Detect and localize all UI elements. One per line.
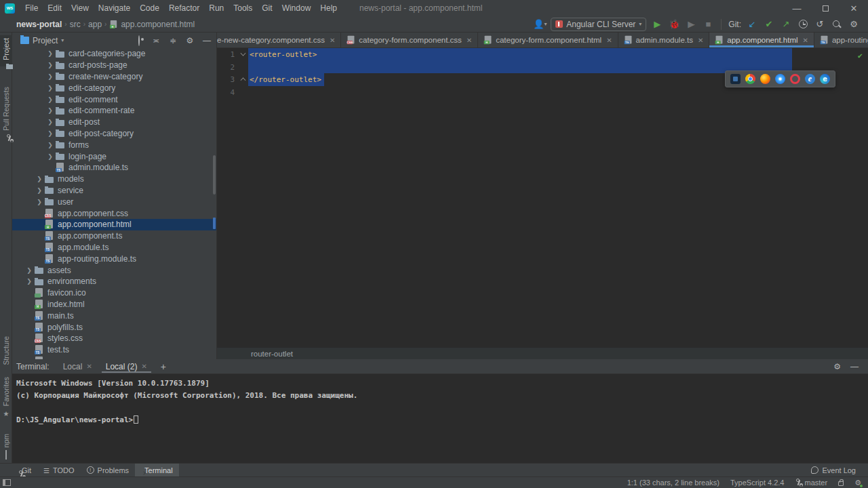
panel-settings-gear-icon[interactable]: ⚙ bbox=[183, 36, 197, 45]
chevron-right-icon[interactable]: ❯ bbox=[45, 73, 56, 80]
inspection-ok-icon[interactable]: ✔ bbox=[858, 51, 863, 60]
tree-item-styles.css[interactable]: styles.css bbox=[12, 333, 216, 344]
language-version[interactable]: TypeScript 4.2.4 bbox=[730, 479, 785, 487]
hide-panel-icon[interactable]: — bbox=[200, 36, 214, 45]
chevron-right-icon[interactable]: ❯ bbox=[45, 119, 56, 125]
menu-item-refactor[interactable]: Refactor bbox=[164, 1, 204, 16]
breadcrumb-item[interactable]: src bbox=[70, 20, 81, 29]
tree-item-create-new-category[interactable]: ❯create-new-category bbox=[12, 71, 216, 83]
editor-tab-app-routing-module-ts[interactable]: app-routing.module.ts✕ bbox=[814, 33, 868, 47]
settings-gear-icon[interactable]: ⚙ bbox=[848, 18, 860, 30]
chevron-right-icon[interactable]: ❯ bbox=[45, 142, 56, 148]
editor-breadcrumb[interactable]: router-outlet bbox=[251, 350, 293, 358]
tree-item-environments[interactable]: ❯environments bbox=[12, 276, 216, 287]
chevron-down-icon[interactable]: ▾ bbox=[61, 37, 64, 43]
chevron-right-icon[interactable]: ❯ bbox=[45, 62, 56, 68]
safari-browser-icon[interactable] bbox=[775, 74, 785, 84]
chevron-right-icon[interactable]: ❯ bbox=[34, 199, 45, 205]
locate-file-icon[interactable] bbox=[132, 36, 146, 45]
tree-item-card-categories-page[interactable]: ❯card-categories-page bbox=[12, 48, 216, 60]
fold-down-icon[interactable] bbox=[241, 51, 246, 56]
chevron-right-icon[interactable]: ❯ bbox=[45, 107, 56, 114]
preview-browser-icon[interactable] bbox=[730, 74, 741, 84]
run-button[interactable]: ▶ bbox=[651, 18, 663, 30]
expand-all-icon[interactable]: ≍ bbox=[149, 36, 163, 45]
chevron-right-icon[interactable]: ❯ bbox=[45, 96, 56, 103]
chevron-right-icon[interactable]: ❯ bbox=[45, 50, 56, 57]
tree-item-index.html[interactable]: index.html bbox=[12, 299, 216, 310]
tree-item-models[interactable]: ❯models bbox=[12, 174, 216, 185]
tree-item-app.component.html[interactable]: app.component.html bbox=[12, 219, 216, 230]
chevron-right-icon[interactable]: ❯ bbox=[24, 278, 35, 285]
tool-window-button-todo[interactable]: ☰TODO bbox=[37, 464, 81, 476]
run-configuration-select[interactable]: Angular CLI Server ▾ bbox=[551, 18, 646, 31]
tool-window-button-git[interactable]: Git bbox=[12, 464, 37, 476]
git-branch-widget[interactable]: master bbox=[795, 479, 828, 487]
new-terminal-session-button[interactable]: + bbox=[154, 361, 173, 372]
tree-item-app.component.css[interactable]: app.component.css bbox=[12, 207, 216, 219]
menu-item-file[interactable]: File bbox=[20, 1, 43, 16]
tree-item-user[interactable]: ❯user bbox=[12, 196, 216, 207]
git-push-icon[interactable]: ↗ bbox=[780, 18, 792, 30]
menu-item-code[interactable]: Code bbox=[135, 1, 164, 16]
tree-item-assets[interactable]: ❯assets bbox=[12, 264, 216, 276]
close-terminal-tab-icon[interactable]: ✕ bbox=[141, 363, 146, 370]
tree-item-admin.module.ts[interactable]: admin.module.ts bbox=[12, 162, 216, 174]
tree-item-edit-category[interactable]: ❯edit-category bbox=[12, 82, 216, 94]
editor-tab-e-new-category-component-css[interactable]: e-new-category.component.css✕ bbox=[217, 33, 341, 47]
editor-tab-app-component-html[interactable]: app.component.html✕ bbox=[709, 33, 814, 47]
tool-window-button-problems[interactable]: !Problems bbox=[81, 464, 135, 476]
terminal-tab-local-2-[interactable]: Local (2)✕ bbox=[99, 359, 154, 373]
tool-strip-button-structure[interactable]: Structure bbox=[0, 333, 12, 371]
tool-strip-button-favorites[interactable]: Favorites★ bbox=[0, 374, 12, 420]
coverage-button[interactable]: ▶̶ bbox=[685, 18, 697, 30]
debug-button[interactable]: 🐞 bbox=[668, 18, 680, 30]
menu-item-git[interactable]: Git bbox=[257, 1, 277, 16]
search-everywhere-icon[interactable] bbox=[831, 18, 843, 30]
tree-item-main.ts[interactable]: main.ts bbox=[12, 310, 216, 321]
menu-item-navigate[interactable]: Navigate bbox=[94, 1, 135, 16]
ie-browser-icon[interactable] bbox=[805, 74, 815, 84]
close-tab-icon[interactable]: ✕ bbox=[606, 37, 612, 44]
chevron-right-icon[interactable]: ❯ bbox=[45, 153, 56, 160]
tree-item-edit-comment[interactable]: ❯edit-comment bbox=[12, 94, 216, 105]
git-commit-icon[interactable]: ✔ bbox=[763, 18, 775, 30]
menu-item-view[interactable]: View bbox=[66, 1, 94, 16]
tree-scrollbar[interactable] bbox=[213, 155, 216, 195]
readonly-lock-icon[interactable] bbox=[838, 481, 844, 486]
chrome-browser-icon[interactable] bbox=[745, 74, 755, 84]
chevron-right-icon[interactable]: ❯ bbox=[34, 176, 45, 182]
menu-item-tools[interactable]: Tools bbox=[229, 1, 257, 16]
close-tab-icon[interactable]: ✕ bbox=[467, 37, 472, 44]
tree-item-app-routing.module.ts[interactable]: app-routing.module.ts bbox=[12, 253, 216, 264]
tree-item-edit-comment-rate[interactable]: ❯edit-comment-rate bbox=[12, 105, 216, 117]
fold-up-icon[interactable] bbox=[241, 78, 246, 83]
close-terminal-tab-icon[interactable]: ✕ bbox=[86, 363, 92, 370]
firefox-browser-icon[interactable] bbox=[760, 74, 770, 84]
breadcrumb-item[interactable]: app bbox=[88, 20, 102, 29]
close-tab-icon[interactable]: ✕ bbox=[803, 37, 808, 44]
tool-strip-button-npm[interactable]: npm bbox=[0, 431, 12, 462]
project-panel-title[interactable]: Project bbox=[33, 36, 58, 45]
close-button[interactable]: ✕ bbox=[840, 0, 868, 16]
history-icon[interactable] bbox=[797, 18, 809, 30]
terminal-output[interactable]: Microsoft Windows [Version 10.0.17763.18… bbox=[12, 374, 868, 463]
editor-tab-category-form-component-html[interactable]: category-form.component.html✕ bbox=[478, 33, 618, 47]
tree-item-forms[interactable]: ❯forms bbox=[12, 139, 216, 150]
tree-item-favicon.ico[interactable]: favicon.ico bbox=[12, 287, 216, 299]
close-tab-icon[interactable]: ✕ bbox=[330, 37, 335, 44]
tool-window-toggle-icon[interactable] bbox=[3, 479, 11, 486]
indexing-gear-icon[interactable]: ⚙ bbox=[854, 479, 861, 487]
edge-browser-icon[interactable] bbox=[820, 74, 830, 84]
editor-tab-admin-module-ts[interactable]: admin.module.ts✕ bbox=[618, 33, 710, 47]
tool-window-button-terminal[interactable]: Terminal bbox=[135, 464, 179, 476]
terminal-settings-gear-icon[interactable]: ⚙ bbox=[833, 362, 841, 371]
chevron-right-icon[interactable]: ❯ bbox=[45, 130, 56, 137]
tree-item-app.module.ts[interactable]: app.module.ts bbox=[12, 242, 216, 253]
hide-terminal-icon[interactable]: — bbox=[850, 362, 859, 371]
close-tab-icon[interactable]: ✕ bbox=[698, 37, 703, 44]
collapse-all-icon[interactable]: ≑ bbox=[166, 36, 180, 45]
tool-strip-button-pull-requests[interactable]: Pull Requests bbox=[0, 84, 12, 137]
chevron-right-icon[interactable]: ❯ bbox=[45, 85, 56, 92]
minimize-button[interactable]: — bbox=[783, 0, 811, 16]
